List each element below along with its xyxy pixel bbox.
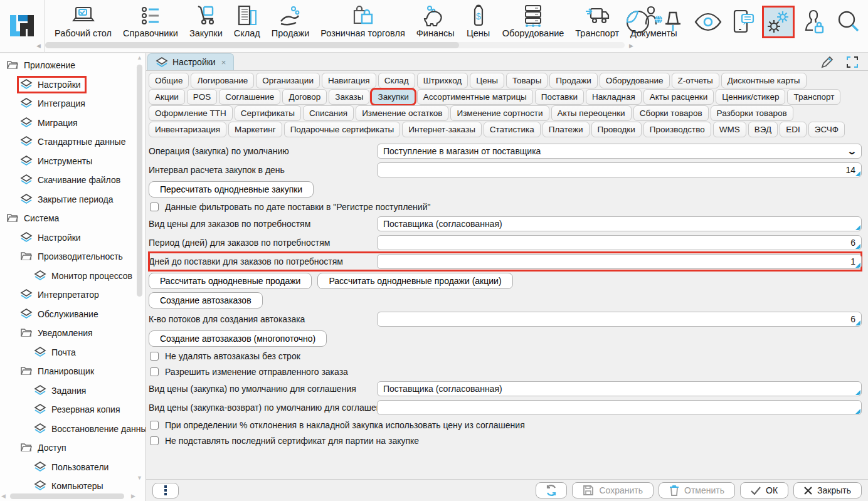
settings-tab-3-10[interactable]: EDI xyxy=(780,122,807,137)
settings-tab-1-10[interactable]: Ценник/стикер xyxy=(716,89,785,105)
checkbox[interactable] xyxy=(150,203,159,211)
sidebar-item-17[interactable]: Задания xyxy=(0,381,135,401)
sidebar-vscrollbar[interactable]: ▲ ▼ xyxy=(136,55,144,490)
toolbar-scroll-thumb[interactable] xyxy=(45,42,459,48)
sidebar-hscroll-thumb[interactable] xyxy=(10,493,124,499)
settings-tab-3-8[interactable]: WMS xyxy=(713,122,746,137)
settings-tab-3-11[interactable]: ЭСЧФ xyxy=(808,122,845,137)
settings-tab-1-3[interactable]: Договор xyxy=(282,89,327,105)
scroll-right-icon[interactable]: ▶ xyxy=(131,493,135,499)
sidebar-item-19[interactable]: Восстановление данных xyxy=(0,419,135,439)
toolbar-item-3[interactable]: Склад xyxy=(228,1,266,41)
settings-tab-3-1[interactable]: Маркетинг xyxy=(228,122,282,137)
toolbar-item-6[interactable]: Финансы xyxy=(411,1,460,41)
scroll-right-icon[interactable]: ▶ xyxy=(629,43,633,49)
settings-tab-3-3[interactable]: Интернет-заказы xyxy=(402,122,482,137)
settings-tab-1-7[interactable]: Поставки xyxy=(535,89,584,105)
form-input-4[interactable]: Поставщика (согласованная) xyxy=(377,216,862,231)
settings-tab-2-7[interactable]: Разборки товаров xyxy=(711,105,793,121)
toolbar-item-5[interactable]: Розничная торговля xyxy=(315,1,411,41)
settings-gear-button[interactable] xyxy=(764,8,793,36)
sidebar-item-16[interactable]: Планировщик xyxy=(0,362,135,381)
settings-tab-1-8[interactable]: Накладная xyxy=(586,89,642,105)
settings-tab-0-3[interactable]: Навигация xyxy=(322,73,376,88)
close-button[interactable]: Закрыть xyxy=(793,482,862,498)
sidebar-item-15[interactable]: Почта xyxy=(0,343,135,362)
settings-tab-1-2[interactable]: Соглашение xyxy=(219,89,280,105)
settings-tab-0-1[interactable]: Логирование xyxy=(191,73,254,88)
toolbar-item-1[interactable]: Справочники xyxy=(117,1,184,41)
checkbox[interactable] xyxy=(150,352,159,361)
refresh-button[interactable] xyxy=(536,482,567,498)
settings-tab-0-6[interactable]: Цены xyxy=(470,73,504,88)
scroll-left-icon[interactable]: ◀ xyxy=(36,43,41,49)
toolbar-item-8[interactable]: Оборудование xyxy=(497,1,570,41)
sidebar-item-0[interactable]: Приложение xyxy=(0,56,135,75)
cancel-button[interactable]: Отменить xyxy=(659,482,735,498)
toolbar-item-2[interactable]: Закупки xyxy=(184,1,228,41)
settings-tab-0-9[interactable]: Оборудование xyxy=(600,73,670,88)
settings-tab-1-0[interactable]: Акции xyxy=(149,89,185,105)
sidebar-item-3[interactable]: Миграция xyxy=(0,113,135,133)
checkbox[interactable] xyxy=(150,421,159,430)
ok-button[interactable]: ОК xyxy=(740,482,788,498)
pencil-icon[interactable] xyxy=(820,55,834,69)
form-action-button-10-0[interactable]: Создание автозаказов (многопоточно) xyxy=(149,330,327,347)
sidebar-item-1[interactable]: Настройки xyxy=(0,75,135,95)
settings-tab-3-5[interactable]: Платежи xyxy=(542,122,590,137)
form-action-button-7-0[interactable]: Рассчитать однодневные продажи xyxy=(149,273,312,289)
settings-tab-3-9[interactable]: ВЭД xyxy=(748,122,778,137)
more-actions-button[interactable] xyxy=(152,483,179,498)
settings-tab-0-11[interactable]: Дисконтные карты xyxy=(721,73,807,88)
scroll-left-icon[interactable]: ◀ xyxy=(1,493,6,499)
sidebar-item-6[interactable]: Скачивание файлов xyxy=(0,171,135,190)
pie-chart-button[interactable] xyxy=(623,8,652,36)
sidebar-item-5[interactable]: Инструменты xyxy=(0,152,135,171)
toolbar-item-0[interactable]: Рабочий стол xyxy=(49,1,117,41)
sidebar-item-18[interactable]: Резервная копия xyxy=(0,400,135,419)
toolbar-scrollbar[interactable]: ◀ ▶ xyxy=(36,41,633,49)
sidebar-hscrollbar[interactable]: ◀ ▶ xyxy=(1,493,135,500)
scroll-up-icon[interactable]: ▲ xyxy=(137,55,142,61)
settings-tab-2-4[interactable]: Изменение сортности xyxy=(450,105,549,121)
settings-tab-0-8[interactable]: Продажи xyxy=(549,73,597,88)
toolbar-scroll-track[interactable] xyxy=(45,42,625,48)
settings-tab-2-6[interactable]: Сборки товаров xyxy=(633,105,709,121)
save-button[interactable]: Сохранить xyxy=(572,482,654,498)
settings-tab-0-7[interactable]: Товары xyxy=(506,73,548,88)
settings-tab-1-6[interactable]: Ассортиментные матрицы xyxy=(417,89,533,105)
form-input-1[interactable]: 14 xyxy=(377,162,862,177)
settings-tab-2-1[interactable]: Сертификаты xyxy=(235,105,301,121)
sidebar-item-2[interactable]: Интеграция xyxy=(0,94,135,113)
sidebar-item-7[interactable]: Закрытие периода xyxy=(0,190,135,209)
settings-tab-1-4[interactable]: Заказы xyxy=(329,89,369,105)
pin-button[interactable] xyxy=(659,8,687,36)
sidebar-item-4[interactable]: Стандартные данные xyxy=(0,132,135,152)
checkbox[interactable] xyxy=(150,367,159,376)
settings-tab-3-6[interactable]: Проводки xyxy=(591,122,642,137)
toolbar-item-4[interactable]: Продажи xyxy=(266,1,315,41)
settings-tab-1-1[interactable]: POS xyxy=(187,89,218,105)
user-lock-button[interactable] xyxy=(799,8,828,36)
settings-tab-2-0[interactable]: Оформление ТТН xyxy=(149,105,233,121)
settings-tab-3-2[interactable]: Подарочные сертификаты xyxy=(284,122,401,137)
toolbar-item-7[interactable]: $ Цены xyxy=(460,1,497,41)
settings-tab-1-5[interactable]: Закупки xyxy=(371,89,415,105)
sidebar-item-20[interactable]: Доступ xyxy=(0,438,135,458)
settings-tab-2-5[interactable]: Акты переоценки xyxy=(551,105,632,121)
sidebar-item-14[interactable]: Уведомления xyxy=(0,324,135,343)
sidebar-item-9[interactable]: Настройки xyxy=(0,228,135,248)
form-action-button-8-0[interactable]: Создание автозаказов xyxy=(149,292,263,309)
search-button[interactable] xyxy=(834,8,863,36)
sidebar-item-21[interactable]: Пользователи xyxy=(0,458,135,477)
sidebar-item-12[interactable]: Интерпретатор xyxy=(0,285,135,305)
settings-tab-0-10[interactable]: Z-отчеты xyxy=(672,73,719,88)
sidebar-item-11[interactable]: Монитор процессов xyxy=(0,266,135,286)
form-input-9[interactable]: 6 xyxy=(377,312,862,327)
settings-tab-0-4[interactable]: Склад xyxy=(378,73,415,88)
form-input-6[interactable]: 1 xyxy=(377,254,862,269)
toolbar-item-9[interactable]: Транспорт xyxy=(569,1,625,41)
form-input-13[interactable]: Поставщика (согласованная) xyxy=(377,381,862,396)
settings-tab-3-7[interactable]: Производство xyxy=(643,122,711,137)
settings-tab-0-0[interactable]: Общие xyxy=(149,73,189,88)
